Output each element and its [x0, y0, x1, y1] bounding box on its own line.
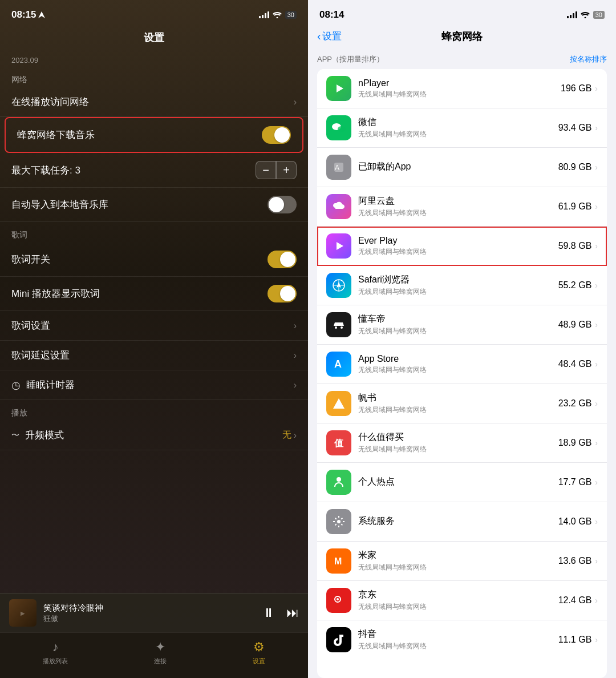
- lyrics-toggle[interactable]: [268, 251, 297, 268]
- section-play: 播放: [0, 400, 308, 421]
- app-row-wechat[interactable]: 微信 无线局域网与蜂窝网络 93.4 GB ›: [317, 108, 607, 148]
- app-row-appstore[interactable]: A App Store 无线局域网与蜂窝网络 48.4 GB ›: [317, 345, 607, 384]
- cellular-download-row[interactable]: 蜂窝网络下载音乐: [5, 117, 303, 153]
- app-name-safari: Safari浏览器: [358, 274, 558, 286]
- app-size-mijia: 13.6 GB: [558, 556, 592, 566]
- app-row-geren[interactable]: 个人热点 17.7 GB ›: [317, 463, 607, 502]
- app-info-jd: 京东 无线局域网与蜂窝网络: [358, 589, 558, 612]
- player-controls: ⏸ ⏭: [262, 606, 299, 620]
- app-name-appstore: App Store: [358, 354, 558, 364]
- next-button[interactable]: ⏭: [286, 606, 299, 620]
- frequency-mode-label: 升频模式: [25, 429, 282, 442]
- app-row-douyin[interactable]: 抖音 无线局域网与蜂窝网络 11.1 GB ›: [317, 620, 607, 659]
- left-panel: 08:15 30 设置: [0, 0, 308, 678]
- app-name-smzdm: 什么值得买: [358, 431, 558, 443]
- sort-button[interactable]: 按名称排序: [570, 54, 607, 64]
- signal-icon: [259, 11, 269, 18]
- app-row-dongche[interactable]: 懂车帝 无线局域网与蜂窝网络 48.9 GB ›: [317, 305, 607, 345]
- wifi-icon: [273, 11, 282, 18]
- app-info-nplayer: nPlayer 无线局域网与蜂窝网络: [358, 78, 561, 99]
- mini-lyrics-toggle[interactable]: [268, 285, 297, 302]
- app-row-safari[interactable]: Safari浏览器 无线局域网与蜂窝网络 55.2 GB ›: [317, 266, 607, 305]
- lyrics-delay-label: 歌词延迟设置: [11, 349, 70, 362]
- app-icon-everplay: [326, 233, 351, 259]
- row-chevron-fanshu: ›: [595, 399, 598, 408]
- battery-left: 30: [285, 11, 297, 19]
- online-network-row[interactable]: 在线播放访问网络 ›: [0, 87, 308, 117]
- svg-marker-16: [333, 398, 345, 409]
- max-download-row[interactable]: 最大下载任务: 3 − +: [0, 153, 308, 188]
- app-row-mijia[interactable]: M 米家 无线局域网与蜂窝网络 13.6 GB ›: [317, 542, 607, 581]
- app-size-nplayer: 196 GB: [561, 83, 591, 94]
- app-row-jd[interactable]: 京东 无线局域网与蜂窝网络 12.4 GB ›: [317, 581, 607, 620]
- app-size-appstore: 48.4 GB: [558, 359, 592, 369]
- sleep-timer-row[interactable]: ◷ 睡眠计时器 ›: [0, 370, 308, 400]
- app-name-everplay: Ever Play: [358, 236, 558, 246]
- bottom-player[interactable]: ▶ 笑谈对待冷眼神 狂傲 ⏸ ⏭: [0, 593, 308, 632]
- nav-connect[interactable]: ✦ 连接: [154, 640, 167, 665]
- list-header-label: APP（按用量排序）: [317, 54, 384, 64]
- app-subtitle-dongche: 无线局域网与蜂窝网络: [358, 326, 558, 336]
- app-subtitle-safari: 无线局域网与蜂窝网络: [358, 287, 558, 297]
- nav-playlist-label: 播放列表: [43, 657, 68, 665]
- row-chevron-wechat: ›: [595, 123, 598, 132]
- app-icon-uninstalled: A: [326, 155, 351, 180]
- nav-playlist[interactable]: ♪ 播放列表: [43, 640, 68, 665]
- svg-marker-3: [337, 84, 343, 92]
- svg-text:值: 值: [334, 438, 344, 448]
- back-button[interactable]: ‹ 设置: [317, 30, 342, 43]
- right-header: ‹ 设置 蜂窝网络: [308, 25, 616, 50]
- app-size-fanshu: 23.2 GB: [558, 398, 592, 409]
- bottom-nav: ♪ 播放列表 ✦ 连接 ⚙ 设置: [0, 632, 308, 678]
- auto-import-label: 自动导入到本地音乐库: [11, 198, 108, 211]
- left-title: 设置: [0, 25, 308, 51]
- max-download-label: 最大下载任务: 3: [11, 164, 80, 177]
- app-info-safari: Safari浏览器 无线局域网与蜂窝网络: [358, 274, 558, 297]
- app-info-everplay: Ever Play 无线局域网与蜂窝网络: [358, 236, 558, 257]
- row-chevron-mijia: ›: [595, 556, 598, 566]
- app-row-system[interactable]: 系统服务 14.0 GB ›: [317, 502, 607, 542]
- app-row-aliyun[interactable]: 阿里云盘 无线局域网与蜂窝网络 61.9 GB ›: [317, 187, 607, 227]
- app-info-system: 系统服务: [358, 515, 558, 528]
- app-name-mijia: 米家: [358, 550, 558, 562]
- status-icons-right: 30: [567, 11, 605, 19]
- nav-settings[interactable]: ⚙ 设置: [253, 640, 265, 665]
- frequency-icon: 〜: [11, 430, 19, 441]
- lyrics-delay-row[interactable]: 歌词延迟设置 ›: [0, 341, 308, 370]
- app-name-nplayer: nPlayer: [358, 78, 561, 88]
- cellular-download-toggle[interactable]: [262, 126, 291, 144]
- lyrics-toggle-label: 歌词开关: [11, 253, 50, 266]
- lyrics-toggle-row[interactable]: 歌词开关: [0, 243, 308, 277]
- frequency-mode-row[interactable]: 〜 升频模式 无 ›: [0, 421, 308, 450]
- lyrics-settings-row[interactable]: 歌词设置 ›: [0, 311, 308, 341]
- svg-marker-8: [337, 242, 343, 250]
- app-row-everplay[interactable]: Ever Play 无线局域网与蜂窝网络 59.8 GB ›: [317, 227, 607, 266]
- frequency-chevron: ›: [294, 430, 297, 441]
- app-info-appstore: App Store 无线局域网与蜂窝网络: [358, 354, 558, 375]
- mini-lyrics-row[interactable]: Mini 播放器显示歌词: [0, 277, 308, 311]
- svg-point-18: [337, 477, 341, 482]
- app-row-smzdm[interactable]: 值 什么值得买 无线局域网与蜂窝网络 18.9 GB ›: [317, 423, 607, 463]
- row-chevron-safari: ›: [595, 281, 598, 290]
- auto-import-row[interactable]: 自动导入到本地音乐库: [0, 188, 308, 222]
- sleep-timer-icon: ◷: [11, 379, 21, 392]
- app-size-smzdm: 18.9 GB: [558, 438, 592, 448]
- auto-import-toggle[interactable]: [268, 196, 297, 213]
- back-label: 设置: [322, 30, 342, 43]
- app-icon-appstore: A: [326, 352, 351, 377]
- app-icon-jd: [326, 588, 351, 613]
- app-row-uninstalled[interactable]: A 已卸载的App 80.9 GB ›: [317, 148, 607, 187]
- stepper-plus[interactable]: +: [276, 161, 297, 179]
- lyrics-settings-label: 歌词设置: [11, 319, 50, 332]
- stepper-minus[interactable]: −: [256, 161, 276, 179]
- pause-button[interactable]: ⏸: [262, 606, 275, 620]
- max-download-stepper[interactable]: − +: [256, 161, 297, 179]
- app-row-nplayer[interactable]: nPlayer 无线局域网与蜂窝网络 196 GB ›: [317, 69, 607, 108]
- app-icon-aliyun: [326, 194, 351, 219]
- app-size-uninstalled: 80.9 GB: [558, 162, 592, 172]
- status-icons-left: 30: [259, 11, 297, 19]
- app-row-fanshu[interactable]: 帆书 无线局域网与蜂窝网络 23.2 GB ›: [317, 384, 607, 423]
- app-icon-safari: [326, 273, 351, 298]
- mini-lyrics-label: Mini 播放器显示歌词: [11, 287, 100, 300]
- app-size-wechat: 93.4 GB: [558, 123, 592, 133]
